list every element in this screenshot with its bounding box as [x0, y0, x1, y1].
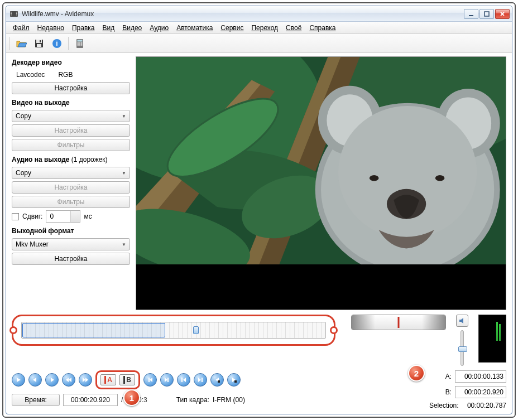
svg-point-36 [435, 175, 445, 181]
svg-rect-40 [218, 380, 220, 383]
menu-audio[interactable]: Аудио [146, 23, 172, 33]
svg-rect-12 [40, 40, 41, 42]
decoder-codec-label: Lavcodec [16, 71, 45, 79]
decoder-colorspace-label: RGB [58, 71, 73, 79]
svg-rect-10 [36, 40, 42, 43]
toolbar-separator [9, 37, 10, 50]
menu-go[interactable]: Переход [248, 23, 281, 33]
svg-point-35 [370, 175, 379, 181]
marker-a-field[interactable]: 00:00:00.133 [455, 370, 506, 383]
decoder-heading: Декодер видео [12, 59, 130, 66]
maximize-button[interactable] [479, 9, 494, 19]
menu-tools[interactable]: Сервис [217, 23, 247, 33]
video-codec-select[interactable]: Copy▼ [12, 110, 130, 122]
close-button[interactable] [495, 9, 510, 19]
transport-controls: A B Время: 00:00:20.920 / 00:00:3 Тип ка… [12, 370, 245, 406]
next-frame-button[interactable] [45, 373, 59, 387]
svg-rect-7 [469, 15, 473, 16]
set-marker-b-button[interactable]: B [119, 374, 135, 385]
menu-help[interactable]: Справка [306, 23, 339, 33]
titlebar: Wildlife.wmv - Avidemux [6, 6, 512, 22]
format-config-button[interactable]: Настройка [12, 253, 130, 265]
svg-rect-22 [81, 44, 83, 46]
menu-video[interactable]: Видео [119, 23, 145, 33]
next-black-button[interactable] [227, 373, 241, 387]
minimize-button[interactable] [464, 9, 478, 19]
save-file-icon[interactable] [31, 36, 47, 51]
time-button[interactable]: Время: [12, 394, 60, 406]
selection-label: Selection: [429, 402, 459, 409]
shift-spinner[interactable]: 0 [46, 210, 80, 223]
settings-panel: Декодер видео LavcodecRGB Настройка Виде… [12, 56, 130, 310]
video-config-button[interactable]: Настройка [12, 124, 130, 137]
menu-auto[interactable]: Автоматика [173, 23, 216, 33]
svg-rect-21 [79, 44, 81, 46]
svg-rect-1 [11, 12, 12, 13]
app-icon [9, 9, 18, 18]
menu-edit[interactable]: Правка [69, 23, 98, 33]
volume-slider[interactable] [461, 330, 464, 366]
jog-wheel[interactable] [351, 315, 446, 330]
timeline-selection [22, 323, 165, 337]
marker-b-label: B: [444, 388, 452, 396]
open-file-icon[interactable] [13, 36, 29, 51]
menu-view[interactable]: Вид [99, 23, 118, 33]
current-time-field[interactable]: 00:00:20.920 [63, 394, 118, 406]
video-filters-button[interactable]: Фильтры [12, 139, 130, 151]
menu-file[interactable]: Файл [9, 23, 33, 33]
shift-checkbox[interactable] [12, 213, 19, 220]
speaker-icon[interactable] [456, 315, 468, 327]
svg-rect-3 [11, 15, 12, 16]
info-icon[interactable]: i [49, 36, 65, 51]
ab-marker-highlight: A B [95, 370, 140, 389]
toolbar: i [6, 34, 512, 53]
prev-black-button[interactable] [210, 373, 224, 387]
play-button[interactable] [12, 373, 25, 387]
menubar: Файл Недавно Правка Вид Видео Аудио Авто… [6, 22, 512, 34]
rewind-button[interactable] [62, 373, 75, 387]
shift-unit-label: мс [84, 213, 92, 220]
frame-type-value: I-FRM (00) [213, 396, 245, 404]
callout-marker-2: 2 [408, 365, 425, 382]
timeline[interactable] [21, 322, 326, 339]
shift-label: Сдвиг: [22, 213, 42, 220]
menu-custom[interactable]: Своё [282, 23, 305, 33]
svg-rect-41 [234, 380, 237, 383]
svg-rect-8 [485, 12, 489, 16]
audio-codec-select[interactable]: Copy▼ [12, 167, 130, 179]
prev-keyframe-button[interactable] [143, 373, 157, 387]
video-preview [136, 56, 506, 310]
calculator-icon[interactable] [72, 36, 88, 51]
audio-out-heading: Аудио на выходе (1 дорожек) [12, 156, 130, 163]
goto-end-button[interactable] [194, 373, 207, 387]
app-window: Wildlife.wmv - Avidemux Файл Недавно Пра… [6, 6, 512, 414]
goto-start-button[interactable] [177, 373, 190, 387]
marker-b-field[interactable]: 00:00:20.920 [455, 386, 506, 398]
video-out-heading: Видео на выходе [12, 99, 130, 107]
audio-config-button[interactable]: Настройка [12, 181, 130, 194]
svg-rect-19 [81, 42, 83, 44]
marker-a-label: A: [444, 373, 452, 380]
svg-rect-11 [37, 44, 41, 47]
svg-rect-18 [79, 42, 81, 44]
set-marker-a-button[interactable]: A [100, 374, 116, 385]
format-heading: Выходной формат [12, 227, 130, 235]
selection-info: 2 A:00:00:00.133 B:00:00:20.920 Selectio… [429, 370, 506, 409]
timeline-highlight [12, 315, 335, 346]
menu-recent[interactable]: Недавно [34, 23, 68, 33]
frame-type-label: Тип кадра: [176, 396, 209, 404]
next-keyframe-button[interactable] [160, 373, 174, 387]
forward-button[interactable] [79, 373, 92, 387]
container-select[interactable]: Mkv Muxer▼ [12, 238, 130, 250]
audio-filters-button[interactable]: Фильтры [12, 196, 130, 208]
svg-rect-4 [16, 12, 17, 13]
svg-text:i: i [56, 40, 57, 47]
svg-rect-20 [78, 44, 79, 46]
window-title: Wildlife.wmv - Avidemux [22, 10, 464, 18]
decoder-config-button[interactable]: Настройка [12, 82, 130, 94]
svg-rect-5 [16, 13, 17, 14]
prev-frame-button[interactable] [28, 373, 42, 387]
playhead[interactable] [193, 321, 199, 339]
svg-rect-16 [78, 40, 83, 41]
selection-value: 00:00:20.787 [467, 402, 506, 409]
